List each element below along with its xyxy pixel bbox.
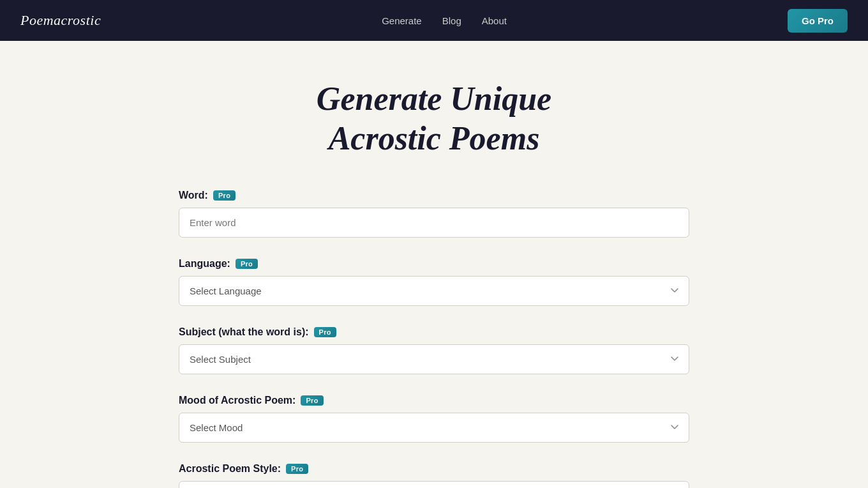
subject-label: Subject (what the word is): Pro: [179, 326, 689, 338]
mood-pro-badge: Pro: [301, 395, 323, 406]
site-logo: Poemacrostic: [20, 12, 101, 29]
mood-select[interactable]: Select MoodHappySadRomanticInspirational…: [179, 413, 689, 443]
word-label: Word: Pro: [179, 190, 689, 201]
language-pro-badge: Pro: [236, 259, 258, 269]
style-label: Acrostic Poem Style: Pro: [179, 463, 689, 475]
mood-section: Mood of Acrostic Poem: Pro Select MoodHa…: [179, 395, 689, 443]
language-label: Language: Pro: [179, 258, 689, 270]
word-input[interactable]: [179, 208, 689, 238]
language-section: Language: Pro Select LanguageEnglishSpan…: [179, 258, 689, 306]
word-pro-badge: Pro: [213, 190, 236, 201]
nav-blog[interactable]: Blog: [442, 15, 461, 26]
subject-select[interactable]: Select SubjectPersonPlaceAnimalObjectCon…: [179, 344, 689, 374]
style-select[interactable]: Select StyleTraditionalModernRhymingFree…: [179, 481, 689, 488]
subject-pro-badge: Pro: [314, 327, 336, 337]
language-select[interactable]: Select LanguageEnglishSpanishFrenchGerma…: [179, 276, 689, 306]
page-title: Generate Unique Acrostic Poems: [179, 79, 689, 159]
main-content: Generate Unique Acrostic Poems Word: Pro…: [166, 41, 702, 488]
site-header: Poemacrostic Generate Blog About Go Pro: [0, 0, 868, 41]
word-section: Word: Pro: [179, 190, 689, 238]
nav-generate[interactable]: Generate: [382, 15, 422, 26]
main-nav: Generate Blog About: [382, 15, 507, 26]
subject-section: Subject (what the word is): Pro Select S…: [179, 326, 689, 374]
mood-label: Mood of Acrostic Poem: Pro: [179, 395, 689, 406]
style-pro-badge: Pro: [286, 464, 308, 474]
style-section: Acrostic Poem Style: Pro Select StyleTra…: [179, 463, 689, 488]
nav-about[interactable]: About: [482, 15, 507, 26]
go-pro-button[interactable]: Go Pro: [788, 9, 848, 33]
